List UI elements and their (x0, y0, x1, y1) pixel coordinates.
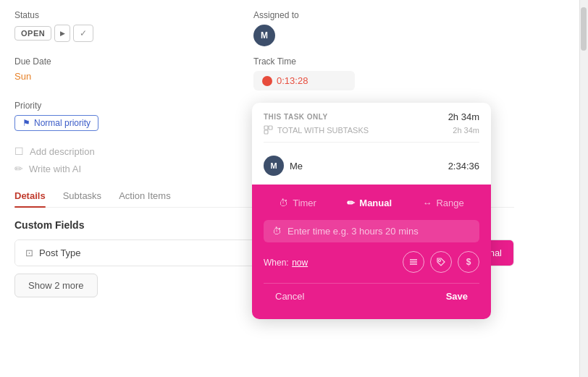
add-description-label: Add description (30, 146, 95, 157)
doc-icon: ☐ (14, 145, 24, 157)
svg-rect-0 (264, 126, 268, 130)
track-time-section: Track Time 0:13:28 (253, 56, 514, 90)
assigned-label: Assigned to (253, 10, 514, 20)
popup-divider (264, 142, 479, 143)
scrollbar[interactable] (579, 0, 588, 377)
due-track-row: Due Date Sun Track Time 0:13:28 (14, 56, 514, 90)
dollar-icon: $ (466, 257, 471, 267)
subtasks-label: TOTAL WITH SUBTASKS (264, 125, 369, 135)
write-ai-label: Write with AI (29, 164, 81, 174)
popup-user-time: 2:34:36 (448, 161, 479, 171)
popup-header: THIS TASK ONLY 2h 34m TOTAL WITH SUBTASK… (252, 103, 491, 156)
popup-tab-range[interactable]: ↔ Range (416, 195, 469, 211)
cancel-button[interactable]: Cancel (275, 291, 304, 302)
time-input-row[interactable]: ⏱ Enter time e.g. 3 hours 20 mins (264, 220, 479, 242)
popup-when-row: When: now $ (264, 251, 479, 273)
track-time-button[interactable]: 0:13:28 (253, 71, 355, 90)
when-value[interactable]: now (292, 258, 308, 268)
range-icon: ↔ (422, 198, 432, 208)
when-icons: $ (403, 251, 479, 273)
priority-value: Normal priority (34, 118, 91, 128)
popup-subtasks-row: TOTAL WITH SUBTASKS 2h 34m (264, 125, 479, 135)
record-icon (262, 76, 272, 86)
show-more-button[interactable]: Show 2 more (14, 274, 98, 297)
track-time-value: 0:13:28 (277, 75, 308, 86)
dollar-icon-button[interactable]: $ (458, 251, 479, 273)
status-check-button[interactable]: ✓ (73, 25, 93, 42)
flag-icon: ⚑ (22, 118, 30, 128)
svg-point-6 (439, 260, 441, 262)
due-date-value[interactable]: Sun (14, 71, 253, 82)
status-section: Status OPEN ▶ ✓ (14, 10, 253, 42)
when-section: When: now (264, 255, 308, 268)
status-badge[interactable]: OPEN (14, 26, 51, 41)
assigned-section: Assigned to M (253, 10, 514, 46)
popup-tab-manual[interactable]: ✏ Manual (341, 195, 398, 211)
status-assigned-row: Status OPEN ▶ ✓ Assigned to M (14, 10, 514, 46)
clock-icon: ⏱ (272, 226, 282, 237)
this-task-label: THIS TASK ONLY (264, 113, 328, 121)
due-date-label: Due Date (14, 56, 253, 67)
popup-footer: Cancel Save (264, 283, 479, 309)
popup-user-row: M Me 2:34:36 (252, 156, 491, 185)
save-button[interactable]: Save (446, 291, 468, 302)
list-icon-button[interactable] (403, 251, 424, 273)
due-date-section: Due Date Sun (14, 56, 253, 82)
field-icon: ⊡ (25, 247, 33, 258)
svg-rect-2 (264, 130, 268, 134)
when-label: When: (264, 258, 289, 268)
tab-details[interactable]: Details (14, 190, 46, 207)
popup-mode-tabs: ⏱ Timer ✏ Manual ↔ Range (264, 195, 479, 211)
tab-action-items[interactable]: Action Items (119, 190, 171, 207)
priority-badge[interactable]: ⚑ Normal priority (14, 115, 98, 131)
popup-pink-section: ⏱ Timer ✏ Manual ↔ Range ⏱ Enter time e.… (252, 185, 491, 319)
timer-icon: ⏱ (279, 198, 288, 208)
status-controls: OPEN ▶ ✓ (14, 25, 253, 42)
tag-icon-button[interactable] (430, 251, 452, 273)
list-icon (408, 257, 419, 267)
popup-this-task-row: THIS TASK ONLY 2h 34m (264, 111, 479, 122)
subtasks-icon (264, 125, 273, 135)
popup-user-avatar: M (264, 156, 284, 176)
tag-icon (436, 257, 446, 267)
check-icon: ✓ (80, 28, 87, 38)
time-tracking-popup: THIS TASK ONLY 2h 34m TOTAL WITH SUBTASK… (252, 103, 491, 319)
arrow-icon: ▶ (60, 30, 65, 37)
time-input-placeholder: Enter time e.g. 3 hours 20 mins (287, 226, 419, 237)
status-arrow-button[interactable]: ▶ (54, 25, 70, 42)
track-time-label: Track Time (253, 56, 514, 67)
this-task-time: 2h 34m (448, 111, 479, 122)
popup-user-info: M Me (264, 156, 303, 176)
scrollbar-thumb[interactable] (581, 7, 587, 51)
tab-subtasks[interactable]: Subtasks (63, 190, 101, 207)
popup-tab-timer[interactable]: ⏱ Timer (273, 195, 322, 211)
avatar[interactable]: M (253, 25, 275, 46)
wand-icon: ✏ (14, 163, 23, 174)
edit-icon: ✏ (347, 198, 355, 208)
status-label: Status (14, 10, 253, 20)
popup-user-name: Me (290, 161, 303, 171)
subtasks-time: 2h 34m (453, 126, 479, 135)
svg-rect-1 (269, 126, 272, 130)
